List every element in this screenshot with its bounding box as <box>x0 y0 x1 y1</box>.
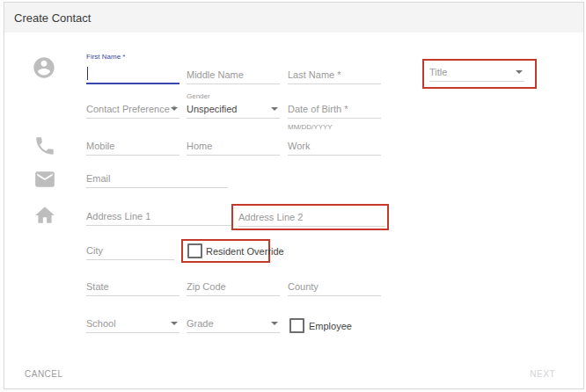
first-name-label: First Name * <box>86 53 125 61</box>
middle-name-input[interactable]: Middle Name <box>187 63 280 84</box>
zip-code-placeholder: Zip Code <box>187 281 226 292</box>
address-line-1-placeholder: Address Line 1 <box>86 211 150 221</box>
county-placeholder: County <box>288 281 319 292</box>
date-of-birth-placeholder: Date of Birth * <box>288 104 348 114</box>
contact-preference-placeholder: Contact Preference * <box>86 104 176 114</box>
home-phone-placeholder: Home <box>187 141 212 151</box>
person-avatar-icon <box>32 55 56 80</box>
work-phone-placeholder: Work <box>288 141 310 151</box>
first-name-input[interactable] <box>86 63 179 84</box>
next-button[interactable]: NEXT <box>530 369 555 379</box>
state-input[interactable]: State <box>86 275 179 296</box>
work-phone-input[interactable]: Work <box>288 134 381 156</box>
grade-placeholder: Grade <box>187 318 214 329</box>
dropdown-arrow-icon <box>171 107 178 111</box>
resident-override-checkbox[interactable] <box>187 243 202 258</box>
dropdown-arrow-icon <box>516 70 523 74</box>
dialog-title: Create Contact <box>14 11 91 25</box>
email-input[interactable]: Email <box>86 167 228 188</box>
email-envelope-icon <box>33 168 56 191</box>
last-name-input[interactable]: Last Name * <box>288 63 381 84</box>
title-dropdown[interactable]: Title <box>429 61 524 82</box>
dropdown-arrow-icon <box>271 322 278 325</box>
create-contact-dialog: Create Contact First Name * Middle Name … <box>4 2 584 389</box>
city-input[interactable]: City <box>86 239 174 260</box>
cancel-button[interactable]: CANCEL <box>25 369 63 379</box>
dialog-header: Create Contact <box>4 3 583 33</box>
contact-preference-dropdown[interactable]: Contact Preference * <box>86 98 179 119</box>
title-placeholder: Title <box>429 67 447 77</box>
employee-label: Employee <box>309 321 352 331</box>
mobile-placeholder: Mobile <box>86 141 114 151</box>
city-placeholder: City <box>86 245 103 256</box>
middle-name-placeholder: Middle Name <box>187 69 244 80</box>
school-dropdown[interactable]: School <box>86 312 179 333</box>
state-placeholder: State <box>86 281 109 292</box>
last-name-placeholder: Last Name * <box>288 69 341 80</box>
resident-override-label: Resident Override <box>206 246 284 257</box>
phone-icon <box>33 134 56 157</box>
text-cursor <box>87 67 88 80</box>
gender-dropdown[interactable]: Unspecified <box>187 98 280 119</box>
zip-code-input[interactable]: Zip Code <box>187 275 280 296</box>
employee-checkbox[interactable] <box>289 318 304 333</box>
school-placeholder: School <box>86 318 116 329</box>
address-line-2-input[interactable]: Address Line 2 <box>238 206 385 227</box>
address-line-2-placeholder: Address Line 2 <box>238 212 303 222</box>
home-icon <box>33 204 56 227</box>
home-phone-input[interactable]: Home <box>187 134 280 156</box>
date-format-hint: MM/DD/YYYY <box>288 123 333 131</box>
dropdown-arrow-icon <box>171 322 178 325</box>
county-input[interactable]: County <box>288 275 381 296</box>
address-line-1-input[interactable]: Address Line 1 <box>86 205 231 226</box>
dropdown-arrow-icon <box>271 107 278 111</box>
grade-dropdown[interactable]: Grade <box>187 312 280 333</box>
mobile-input[interactable]: Mobile <box>86 134 179 156</box>
email-placeholder: Email <box>86 173 111 184</box>
gender-value: Unspecified <box>187 104 237 114</box>
date-of-birth-input[interactable]: Date of Birth * <box>288 98 381 119</box>
